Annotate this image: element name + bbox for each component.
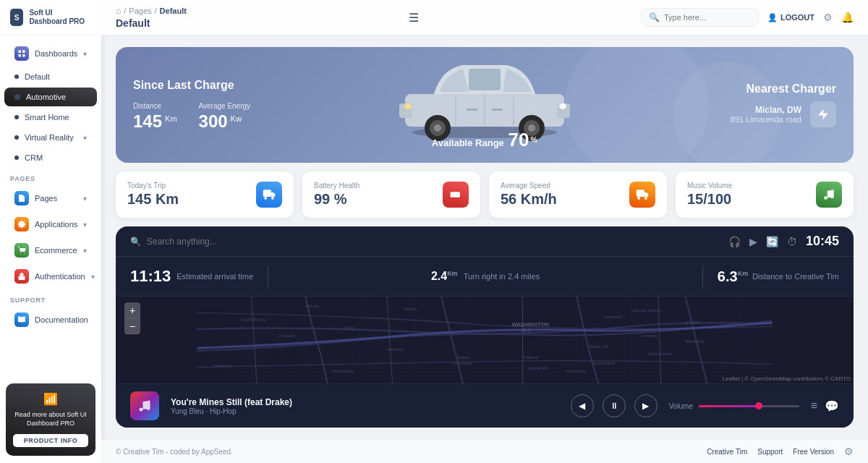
sidebar-item-ecommerce[interactable]: Ecommerce ▾ (4, 238, 97, 263)
default-dot (14, 75, 19, 79)
speed-info: Average Speed 56 Km/h (501, 182, 557, 208)
footer-settings-icon[interactable]: ⚙ (844, 446, 854, 457)
ecommerce-icon (14, 243, 29, 258)
dest-distance: 6.3Km (718, 268, 748, 285)
breadcrumb-pages: Pages (129, 7, 151, 15)
promo-button[interactable]: PRODUCT INFO (13, 434, 88, 447)
zoom-out-button[interactable]: − (124, 318, 140, 334)
music-right-icons: ≡ 💬 (811, 399, 839, 413)
svg-text:Forestville: Forestville (566, 369, 587, 373)
pause-button[interactable]: ⏸ (603, 394, 626, 417)
nav-clock: 10:45 (806, 234, 839, 249)
svg-point-13 (559, 103, 566, 109)
svg-text:Vienna: Vienna (404, 307, 417, 311)
sidebar-item-smart-home[interactable]: Smart Home (4, 108, 97, 127)
promo-icon: 📶 (13, 392, 88, 406)
chat-icon[interactable]: 💬 (825, 399, 839, 413)
battery-value: 99 % (314, 191, 359, 208)
pages-icon (14, 191, 29, 205)
svg-rect-10 (469, 69, 501, 90)
sidebar-item-dashboards[interactable]: Dashboards ▾ (4, 41, 97, 66)
queue-icon[interactable]: ≡ (811, 399, 817, 413)
battery-info: Battery Health 99 % (314, 182, 359, 208)
support-section-label: SUPPORT (0, 289, 101, 307)
sidebar: S Soft UI Dashboard PRO Dashboards ▾ Def… (0, 0, 101, 463)
stat-card-trip: Today's Trip 145 Km (116, 171, 294, 218)
refresh-icon[interactable]: 🔄 (766, 236, 778, 247)
svg-text:Annandale: Annandale (333, 369, 354, 373)
breadcrumb-sep2: / (155, 7, 157, 15)
copyright-text: © Creative Tim - coded by AppSeed. (116, 448, 233, 456)
turn-distance: 2.4Km (431, 270, 458, 283)
sidebar-item-auth[interactable]: Authentication ▾ (4, 264, 97, 289)
stats-row: Today's Trip 145 Km Battery Health 99 % (116, 171, 854, 218)
svg-rect-1 (22, 51, 25, 54)
prev-button[interactable]: ◀ (571, 394, 594, 417)
smart-home-label: Smart Home (25, 113, 69, 122)
sidebar-item-crm[interactable]: CRM (4, 148, 97, 167)
headphones-icon[interactable]: 🎧 (728, 236, 741, 247)
ecommerce-arrow: ▾ (83, 247, 87, 255)
sidebar-item-docs[interactable]: Documentation (4, 307, 97, 332)
default-label: Default (25, 72, 50, 81)
breadcrumb: ⌂ / Pages / Default (116, 6, 187, 16)
svg-text:Temple Hills: Temple Hills (528, 366, 549, 370)
hamburger-button[interactable]: ☰ (409, 11, 419, 25)
footer-link-creativetim[interactable]: Creative Tim (707, 448, 747, 456)
logout-button[interactable]: 👤 LOGOUT (767, 13, 814, 22)
breadcrumb-home: ⌂ (116, 6, 121, 16)
auth-icon (14, 269, 29, 284)
navigation-card: 🔍 🎧 ▶ 🔄 ⏱ 10:45 11:13 Estimated arrival … (116, 226, 854, 428)
map-zoom-controls: + − (124, 302, 140, 334)
main-content: ⌂ / Pages / Default Default ☰ 🔍 👤 LOGOUT… (101, 0, 868, 463)
nav-info-bar: 11:13 Estimated arrival time 2.4Km Turn … (116, 257, 854, 297)
dashboards-arrow: ▾ (83, 50, 87, 58)
ecommerce-label: Ecommerce (35, 246, 77, 255)
sidebar-item-pages[interactable]: Pages ▾ (4, 186, 97, 211)
sidebar-item-automotive[interactable]: Automotive (4, 88, 97, 106)
vr-arrow: ▾ (83, 134, 87, 142)
track-artist: Yung Bleu · Hip-Hop (171, 407, 559, 415)
topbar: ⌂ / Pages / Default Default ☰ 🔍 👤 LOGOUT… (101, 0, 868, 35)
search-input[interactable] (664, 13, 751, 22)
zoom-in-button[interactable]: + (124, 302, 140, 318)
sidebar-item-applications[interactable]: Applications ▾ (4, 212, 97, 237)
stat-card-battery: Battery Health 99 % (302, 171, 480, 218)
automotive-label: Automotive (26, 93, 66, 101)
svg-text:Suitland: Suitland (523, 355, 539, 360)
svg-point-36 (637, 197, 640, 200)
applications-label: Applications (35, 220, 77, 229)
footer-link-free[interactable]: Free Version (793, 448, 834, 456)
notification-icon[interactable]: 🔔 (841, 12, 854, 23)
svg-text:Kettering: Kettering (642, 334, 658, 338)
music-stat-icon (816, 182, 842, 208)
next-button[interactable]: ▶ (634, 394, 658, 417)
nav-divider1 (268, 266, 268, 287)
charger-title: Nearest Charger (706, 82, 836, 95)
range-value: 70 (508, 129, 529, 150)
sidebar-item-vr[interactable]: Virtual Reality ▾ (4, 128, 97, 147)
hero-right-section: Nearest Charger Miclan, DW 891 Limarenda… (706, 82, 836, 127)
nav-destination-dist: 6.3Km Distance to Creative Tim (718, 268, 839, 285)
nav-search-input[interactable] (147, 237, 263, 247)
dashboards-icon (14, 46, 29, 61)
play-icon[interactable]: ▶ (749, 236, 757, 247)
sidebar-item-default[interactable]: Default (4, 67, 97, 86)
svg-text:WASHINGTON: WASHINGTON (512, 321, 550, 328)
promo-text: Read more about Soft UI Dashboard PRO (13, 410, 88, 428)
timer-icon[interactable]: ⏱ (787, 236, 797, 247)
settings-icon[interactable]: ⚙ (823, 12, 833, 23)
charger-street: 891 Limarenda road (731, 115, 801, 124)
svg-point-81 (140, 408, 143, 412)
footer-link-support[interactable]: Support (757, 448, 783, 456)
search-icon: 🔍 (649, 12, 660, 22)
volume-thumb (755, 402, 762, 409)
arrival-time: 11:13 (130, 267, 171, 286)
track-title: You're Mines Still (feat Drake) (171, 397, 559, 407)
vr-dot (14, 135, 19, 140)
auth-arrow: ▾ (91, 273, 95, 281)
volume-slider[interactable] (699, 405, 799, 407)
speed-value: 56 Km/h (501, 191, 557, 208)
track-info: You're Mines Still (feat Drake) Yung Ble… (171, 397, 559, 415)
svg-rect-0 (19, 51, 22, 54)
